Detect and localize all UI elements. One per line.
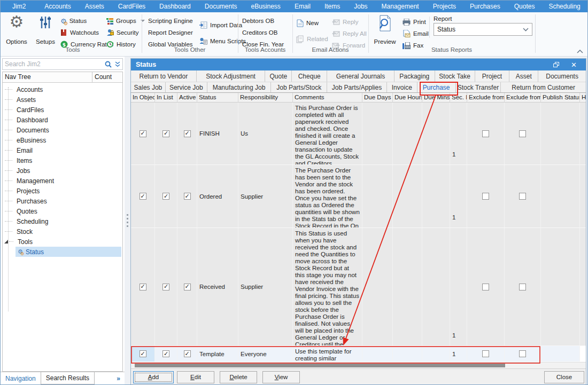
import-data-button[interactable]: Import Data — [199, 20, 242, 30]
sidebar-item-projects[interactable]: Projects — [3, 186, 122, 196]
email-report-button[interactable]: Email — [403, 28, 429, 39]
window-close-icon[interactable]: ✕ — [571, 61, 577, 69]
column-header-sec-level[interactable]: Sec. L — [450, 93, 467, 102]
status-cell[interactable]: Template — [197, 346, 238, 362]
tab-job-parts-stock[interactable]: Job Parts/Stock — [271, 82, 327, 93]
sidebar-item-ebusiness[interactable]: eBusiness — [3, 135, 122, 145]
due-days-cell[interactable] — [362, 346, 393, 362]
tab-project[interactable]: Project — [475, 70, 510, 81]
creditors-ob-button[interactable]: Creditors OB — [242, 27, 277, 38]
ribbon-collapse-chevron-icon[interactable] — [577, 48, 583, 55]
close-button[interactable]: Close — [544, 371, 584, 383]
active-checkbox[interactable] — [184, 284, 191, 290]
responsibility-cell[interactable]: Supplier — [238, 165, 293, 227]
tab-purchases[interactable]: Purchases — [463, 1, 507, 12]
tab-items[interactable]: Items — [318, 1, 347, 12]
tab-return-from-customer[interactable]: Return from Customer — [501, 82, 586, 93]
comments-cell[interactable]: This Purchase Order is completed with al… — [293, 103, 362, 164]
table-row[interactable]: Received Supplier This Status is used wh… — [131, 228, 586, 346]
column-header-status[interactable]: Status — [197, 93, 238, 102]
sec-level-cell[interactable]: 1 — [450, 165, 467, 227]
due-mins-cell[interactable] — [422, 346, 450, 362]
setups-button[interactable]: Setups — [32, 14, 59, 45]
groups-button[interactable]: Groups — [106, 15, 145, 26]
delete-button[interactable]: Delete — [220, 371, 257, 383]
exclude-from-checkbox[interactable] — [482, 193, 489, 200]
comments-cell[interactable]: Use this template for creating similar p… — [293, 346, 362, 362]
window-restore-icon[interactable] — [553, 62, 559, 67]
tab-job-parts-applies[interactable]: Job Parts/Applies — [327, 82, 387, 93]
in-object-checkbox[interactable] — [140, 130, 146, 137]
exclude-from-checkbox[interactable] — [482, 350, 489, 357]
reply-button[interactable]: Reply — [332, 17, 358, 27]
table-row[interactable]: FINISH Us This Purchase Order is complet… — [131, 103, 586, 165]
tab-return-to-vendor[interactable]: Return to Vendor — [131, 70, 197, 81]
tab-documents[interactable]: Documents — [198, 1, 244, 12]
count-column-header[interactable]: Count — [92, 72, 122, 82]
tab-scheduling[interactable]: Scheduling — [541, 1, 587, 12]
tab-navigation[interactable]: Navigation — [1, 372, 41, 384]
due-mins-cell[interactable] — [422, 165, 450, 227]
tab-sales-job[interactable]: Sales Job — [131, 82, 166, 93]
tab-cheque[interactable]: Cheque — [292, 70, 327, 81]
sidebar-item-dashboard[interactable]: Dashboard — [3, 115, 122, 125]
tab-asset[interactable]: Asset — [509, 70, 538, 81]
tab-cardfiles[interactable]: CardFiles — [111, 1, 152, 12]
tab-management[interactable]: Management — [375, 1, 426, 12]
column-header-exclude-from-1[interactable]: Exclude from — [467, 93, 505, 102]
scripting-engine-button[interactable]: Scripting Engine — [148, 15, 193, 26]
search-input[interactable] — [5, 60, 105, 68]
responsibility-cell[interactable]: Us — [238, 103, 293, 164]
column-header-exclude-from-2[interactable]: Exclude from — [505, 93, 541, 102]
status-cell[interactable]: Received — [197, 228, 238, 345]
exclude-from-checkbox[interactable] — [519, 284, 526, 290]
active-checkbox[interactable] — [184, 350, 191, 357]
nav-tree-column-header[interactable]: Nav Tree — [3, 72, 92, 82]
due-mins-cell[interactable] — [422, 228, 450, 345]
in-list-checkbox[interactable] — [163, 193, 169, 200]
due-hours-cell[interactable] — [393, 228, 422, 345]
due-hours-cell[interactable] — [393, 346, 422, 362]
table-row-selected[interactable]: Template Everyone Use this template for … — [131, 346, 586, 362]
tab-purchase[interactable]: Purchase — [417, 82, 456, 93]
new-button[interactable]: New — [296, 18, 319, 28]
sidebar-item-jobs[interactable]: Jobs — [3, 166, 122, 176]
in-object-checkbox[interactable] — [140, 350, 146, 357]
publish-status-cell[interactable] — [541, 228, 580, 345]
sidebar-item-accounts[interactable]: Accounts — [3, 84, 122, 95]
preview-button[interactable]: Preview — [370, 14, 399, 45]
sidebar-item-tools[interactable]: Tools — [3, 237, 122, 247]
groups-dropdown-caret-icon[interactable] — [141, 20, 145, 22]
status-button[interactable]: ⚙⚙ Status — [60, 15, 87, 26]
edit-button[interactable]: Edit — [177, 371, 214, 383]
tab-stock-adjustment[interactable]: Stock Adjustment — [197, 70, 266, 81]
due-days-cell[interactable] — [362, 103, 393, 164]
tab-ebusiness[interactable]: eBusiness — [244, 1, 288, 12]
column-header-due-hours[interactable]: Due Hours — [393, 93, 422, 102]
sec-level-cell[interactable]: 1 — [450, 346, 467, 362]
tab-jobs[interactable]: Jobs — [347, 1, 374, 12]
publish-status-cell[interactable] — [541, 103, 580, 164]
horizontal-scrollbar[interactable] — [131, 362, 586, 368]
sidebar-item-quotes[interactable]: Quotes — [3, 206, 122, 216]
tab-service-job[interactable]: Service Job — [166, 82, 207, 93]
tree-expander-icon[interactable] — [4, 240, 8, 243]
tab-documents-status[interactable]: Documents — [538, 70, 586, 81]
comments-cell[interactable]: This Status is used when you have receiv… — [293, 228, 362, 345]
sidebar-item-scheduling[interactable]: Scheduling — [3, 216, 122, 226]
column-header-in-object[interactable]: In Object — [131, 93, 155, 102]
sidebar-item-purchases[interactable]: Purchases — [3, 196, 122, 206]
responsibility-cell[interactable]: Everyone — [238, 346, 293, 362]
sidebar-item-cardfiles[interactable]: CardFiles — [3, 105, 122, 115]
search-icon[interactable] — [105, 61, 112, 68]
status-cell[interactable]: FINISH — [197, 103, 238, 164]
debtors-ob-button[interactable]: Debtors OB — [242, 15, 274, 26]
panel-splitter[interactable] — [125, 57, 130, 384]
more-tabs-chevron-icon[interactable]: » — [117, 372, 120, 384]
in-list-checkbox[interactable] — [163, 350, 169, 357]
column-header-due-mins[interactable]: Due Mins — [422, 93, 450, 102]
watchouts-button[interactable]: Watchouts — [60, 27, 99, 38]
related-button[interactable]: Related — [296, 34, 328, 44]
column-header-in-list[interactable]: In List — [155, 93, 177, 102]
print-button[interactable]: Print — [403, 17, 426, 27]
